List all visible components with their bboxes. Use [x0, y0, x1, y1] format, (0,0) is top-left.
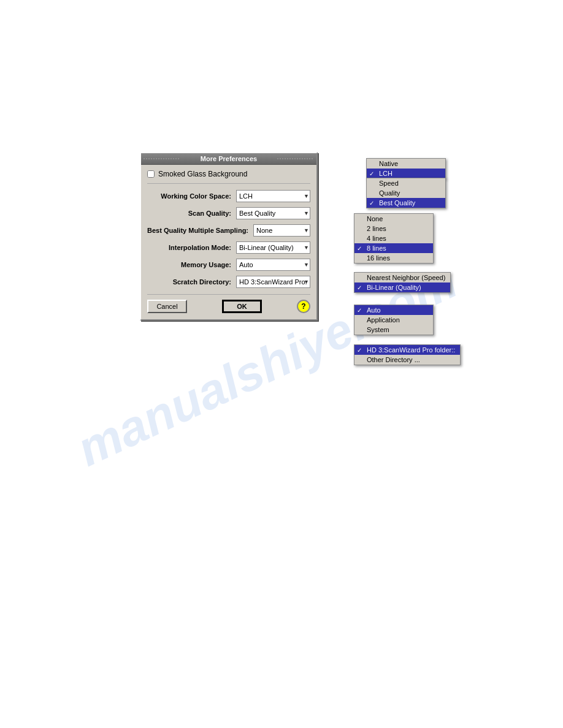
memory-application[interactable]: Application	[354, 315, 433, 325]
native-label: Native	[379, 160, 398, 167]
interp-bilinear[interactable]: ✓ Bi-Linear (Quality)	[354, 282, 450, 292]
sampling-8lines[interactable]: ✓ 8 lines	[354, 243, 433, 253]
2lines-label: 2 lines	[367, 225, 386, 232]
memory-usage-row: Memory Usage: Auto Application System ▼	[147, 259, 310, 271]
working-color-space-label: Working Color Space:	[147, 192, 236, 200]
memory-auto[interactable]: ✓ Auto	[354, 305, 433, 315]
memory-system[interactable]: System	[354, 325, 433, 335]
scan-quality-select[interactable]: Best Quality Speed Quality	[236, 207, 310, 219]
best-quality-sampling-select-wrapper: None 2 lines 4 lines 8 lines 16 lines ▼	[253, 224, 310, 237]
scanwizard-checkmark: ✓	[357, 347, 362, 354]
scratch-directory-label: Scratch Directory:	[147, 278, 236, 286]
8lines-label: 8 lines	[367, 245, 386, 252]
auto-label: Auto	[367, 306, 381, 314]
smoked-glass-checkbox[interactable]	[147, 170, 155, 178]
scan-quality-dropdown: Speed Quality ✓ Best Quality	[366, 178, 446, 208]
system-label: System	[367, 326, 389, 333]
nearest-label: Nearest Neighbor (Speed)	[367, 274, 445, 281]
best-quality-label: Best Quality	[379, 199, 415, 207]
sampling-2lines[interactable]: 2 lines	[354, 224, 433, 233]
scratch-other[interactable]: Other Directory ...	[354, 355, 460, 365]
interp-nearest[interactable]: Nearest Neighbor (Speed)	[354, 273, 450, 282]
4lines-label: 4 lines	[367, 235, 386, 242]
best-quality-dropdown: None 2 lines 4 lines ✓ 8 lines 16 lines	[354, 213, 434, 264]
quality-label: Quality	[379, 189, 400, 197]
smoked-glass-label: Smoked Glass Background	[158, 170, 247, 178]
scratch-directory-select-wrapper: HD 3:ScanWizard Pro... Other Directory .…	[236, 276, 310, 288]
scan-quality-select-wrapper: Best Quality Speed Quality ▼	[236, 207, 310, 219]
help-button[interactable]: ?	[297, 300, 310, 313]
scan-quality-label: Scan Quality:	[147, 210, 236, 217]
scanwizard-label: HD 3:ScanWizard Pro folder::	[367, 346, 455, 354]
memory-usage-label: Memory Usage:	[147, 261, 236, 268]
speed-label: Speed	[379, 180, 399, 187]
none-label: None	[367, 215, 383, 222]
scratch-directory-dropdown: ✓ HD 3:ScanWizard Pro folder:: Other Dir…	[354, 344, 461, 365]
scratch-scanwizard[interactable]: ✓ HD 3:ScanWizard Pro folder::	[354, 345, 460, 355]
memory-usage-select-wrapper: Auto Application System ▼	[236, 259, 310, 271]
ok-button[interactable]: OK	[222, 300, 262, 313]
lch-checkmark: ✓	[369, 170, 374, 177]
dialog-title: More Preferences	[201, 155, 257, 162]
color-space-lch[interactable]: ✓ LCH	[367, 169, 445, 178]
dialog-body: Smoked Glass Background Working Color Sp…	[141, 165, 316, 319]
other-directory-label: Other Directory ...	[367, 356, 420, 363]
best-quality-sampling-row: Best Quality Multiple Sampling: None 2 l…	[147, 224, 310, 237]
working-color-space-select-wrapper: LCH Native ▼	[236, 190, 310, 202]
cancel-button[interactable]: Cancel	[147, 300, 187, 313]
bilinear-checkmark: ✓	[357, 284, 362, 291]
best-quality-sampling-select[interactable]: None 2 lines 4 lines 8 lines 16 lines	[253, 224, 310, 237]
memory-usage-dropdown: ✓ Auto Application System	[354, 305, 434, 335]
scratch-directory-row: Scratch Directory: HD 3:ScanWizard Pro..…	[147, 276, 310, 288]
memory-usage-select[interactable]: Auto Application System	[236, 259, 310, 271]
smoked-glass-row: Smoked Glass Background	[147, 170, 310, 184]
best-quality-checkmark: ✓	[369, 200, 374, 207]
interpolation-mode-row: Interpolation Mode: Bi-Linear (Quality) …	[147, 241, 310, 254]
scan-quality-row: Scan Quality: Best Quality Speed Quality…	[147, 207, 310, 219]
color-space-dropdown: Native ✓ LCH	[366, 158, 446, 179]
sampling-4lines[interactable]: 4 lines	[354, 233, 433, 243]
16lines-label: 16 lines	[367, 254, 390, 262]
color-space-native[interactable]: Native	[367, 159, 445, 169]
sampling-16lines[interactable]: 16 lines	[354, 253, 433, 263]
scan-quality-best[interactable]: ✓ Best Quality	[367, 198, 445, 208]
scan-quality-quality[interactable]: Quality	[367, 188, 445, 198]
best-quality-sampling-label: Best Quality Multiple Sampling:	[147, 227, 253, 234]
interpolation-mode-select[interactable]: Bi-Linear (Quality) Nearest Neighbor (Sp…	[236, 241, 310, 254]
scan-quality-speed[interactable]: Speed	[367, 178, 445, 188]
sampling-none[interactable]: None	[354, 214, 433, 224]
interpolation-mode-select-wrapper: Bi-Linear (Quality) Nearest Neighbor (Sp…	[236, 241, 310, 254]
lch-label: LCH	[379, 170, 393, 177]
dialog-titlebar: More Preferences	[141, 153, 316, 165]
application-label: Application	[367, 316, 400, 324]
bilinear-label: Bi-Linear (Quality)	[367, 284, 421, 291]
working-color-space-row: Working Color Space: LCH Native ▼	[147, 190, 310, 202]
8lines-checkmark: ✓	[357, 245, 362, 252]
auto-checkmark: ✓	[357, 307, 362, 314]
working-color-space-select[interactable]: LCH Native	[236, 190, 310, 202]
interpolation-mode-label: Interpolation Mode:	[147, 244, 236, 251]
button-row: Cancel OK ?	[147, 294, 310, 313]
scratch-directory-select[interactable]: HD 3:ScanWizard Pro... Other Directory .…	[236, 276, 310, 288]
more-preferences-dialog: More Preferences Smoked Glass Background…	[140, 152, 318, 320]
interpolation-dropdown: Nearest Neighbor (Speed) ✓ Bi-Linear (Qu…	[354, 272, 451, 293]
